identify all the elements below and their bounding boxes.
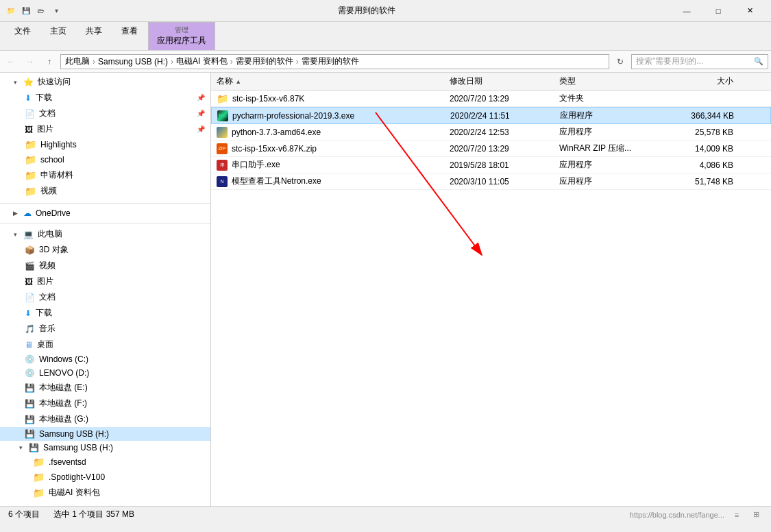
tab-home[interactable]: 主页 <box>41 22 75 50</box>
table-row[interactable]: 📁 stc-isp-15xx-v6.87K 2020/7/20 13:29 文件… <box>211 90 771 107</box>
title-bar: 📁 💾 🗁 ▾ 需要用到的软件 — □ ✕ <box>0 0 771 22</box>
path-thispc[interactable]: 此电脑 <box>65 56 90 67</box>
sidebar-drive-f[interactable]: 💾 本地磁盘 (F:) <box>0 396 210 411</box>
window-title: 需要用到的软件 <box>62 5 671 16</box>
back-button[interactable]: ← <box>3 53 19 70</box>
sidebar-music[interactable]: 🎵 音乐 <box>0 321 210 337</box>
file-date: 2020/7/20 13:29 <box>444 144 554 154</box>
sidebar-item-video[interactable]: 📁 视频 <box>0 183 210 199</box>
sidebar-item-download[interactable]: ⬇ 下载 📌 <box>0 90 210 106</box>
sidebar-documents[interactable]: 📄 文档 <box>0 289 210 305</box>
sidebar-item-docs[interactable]: 📄 文档 📌 <box>0 106 210 121</box>
music-icon: 🎵 <box>25 324 35 334</box>
sidebar-item-label: Samsung USB (H:) <box>39 429 109 439</box>
col-name-header[interactable]: 名称 ▲ <box>211 75 444 87</box>
onedrive-label: OneDrive <box>36 208 71 218</box>
address-path[interactable]: 此电脑 › Samsung USB (H:) › 电磁AI 资料包 › 需要用到… <box>60 54 609 69</box>
status-right: https://blog.csdn.net/fange... ≡ ⊞ <box>630 508 763 522</box>
file-size: 4,086 KB <box>670 160 739 170</box>
file-type: 应用程序 <box>554 176 670 187</box>
view-details-button[interactable]: ≡ <box>730 508 744 522</box>
sidebar-item-label: 文档 <box>39 291 56 303</box>
sidebar-item-highlights[interactable]: 📁 Highlights <box>0 137 210 152</box>
file-name-text: stc-isp-15xx-v6.87K.zip <box>232 144 317 154</box>
cloud-icon: ☁ <box>23 208 32 218</box>
folder-icon: 📁 <box>25 170 36 181</box>
sidebar-drive-g[interactable]: 💾 本地磁盘 (G:) <box>0 411 210 427</box>
divider2 <box>0 223 210 223</box>
col-type-header[interactable]: 类型 <box>554 75 670 87</box>
table-row[interactable]: ZIP stc-isp-15xx-v6.87K.zip 2020/7/20 13… <box>211 141 771 157</box>
sidebar-item-label: 本地磁盘 (E:) <box>39 382 88 394</box>
selected-info: 选中 1 个项目 357 MB <box>53 509 134 520</box>
zip-icon: ZIP <box>217 143 228 154</box>
sidebar-onedrive[interactable]: ▶ ☁ OneDrive <box>0 206 210 220</box>
table-row[interactable]: python-3.7.3-amd64.exe 2020/2/24 12:53 应… <box>211 124 771 141</box>
sidebar-fseventsd[interactable]: 📁 .fseventsd <box>0 455 210 470</box>
col-size-header[interactable]: 大小 <box>670 75 739 87</box>
col-date-header[interactable]: 修改日期 <box>444 75 554 87</box>
tab-share[interactable]: 共享 <box>77 22 111 50</box>
file-date: 2019/5/28 18:01 <box>444 160 554 170</box>
sidebar-video[interactable]: 🎬 视频 <box>0 258 210 274</box>
sidebar-aipkg[interactable]: 📁 电磁AI 资料包 <box>0 485 210 500</box>
video-icon: 🎬 <box>25 261 35 271</box>
sidebar-downloads[interactable]: ⬇ 下载 <box>0 305 210 321</box>
file-name: PC pycharm-professional-2019.3.exe <box>212 110 445 121</box>
file-name: python-3.7.3-amd64.exe <box>211 127 444 138</box>
dropdown-icon[interactable]: ▾ <box>51 5 62 16</box>
sidebar-drive-h[interactable]: 💾 Samsung USB (H:) <box>0 427 210 441</box>
sidebar-item-label: .fseventsd <box>49 457 86 467</box>
table-row[interactable]: PC pycharm-professional-2019.3.exe 2020/… <box>211 107 771 124</box>
sidebar-quick-access[interactable]: ▾ ⭐ 快速访问 <box>0 74 210 90</box>
item-count: 6 个项目 <box>8 509 40 520</box>
file-name: 📁 stc-isp-15xx-v6.87K <box>211 93 444 104</box>
sidebar-spotlight[interactable]: 📁 .Spotlight-V100 <box>0 470 210 485</box>
sidebar-item-label: 文档 <box>39 108 56 119</box>
sidebar-samsung-usb[interactable]: ▾ 💾 Samsung USB (H:) <box>0 441 210 455</box>
sidebar-3d[interactable]: 📦 3D 对象 <box>0 242 210 258</box>
folder-icon: 📁 <box>25 139 36 150</box>
pin-icon: 📌 <box>197 125 205 133</box>
tab-view[interactable]: 查看 <box>112 22 147 50</box>
sidebar-desktop[interactable]: 🖥 桌面 <box>0 337 210 352</box>
close-button[interactable]: ✕ <box>734 0 766 22</box>
path-usb[interactable]: Samsung USB (H:) <box>98 57 168 66</box>
tab-apptool[interactable]: 管理 应用程序工具 <box>148 22 215 50</box>
pics-icon: 🖼 <box>25 125 33 134</box>
sidebar-drive-e[interactable]: 💾 本地磁盘 (E:) <box>0 380 210 396</box>
folder-icon: 📁 <box>25 154 36 165</box>
table-row[interactable]: 串 串口助手.exe 2019/5/28 18:01 应用程序 4,086 KB <box>211 157 771 173</box>
file-type: 应用程序 <box>554 159 670 171</box>
sidebar-drive-c[interactable]: 💿 Windows (C:) <box>0 352 210 366</box>
file-name: ZIP stc-isp-15xx-v6.87K.zip <box>211 143 444 154</box>
refresh-button[interactable]: ↻ <box>612 53 628 70</box>
sidebar-pictures[interactable]: 🖼 图片 <box>0 274 210 289</box>
search-icon[interactable]: 🔍 <box>754 57 763 66</box>
expand-icon: ▾ <box>11 230 19 239</box>
path-software1[interactable]: 需要用到的软件 <box>236 56 293 67</box>
sidebar-item-pics[interactable]: 🖼 图片 📌 <box>0 121 210 137</box>
sidebar-item-apply[interactable]: 📁 申请材料 <box>0 167 210 183</box>
view-icons-button[interactable]: ⊞ <box>749 508 763 522</box>
up-button[interactable]: ↑ <box>41 53 58 70</box>
sidebar-drive-d[interactable]: 💿 LENOVO (D:) <box>0 366 210 380</box>
file-size: 14,009 KB <box>670 144 739 154</box>
forward-button[interactable]: → <box>22 53 38 70</box>
maximize-button[interactable]: □ <box>702 0 734 22</box>
search-box[interactable]: 搜索"需要用到的... 🔍 <box>631 54 768 69</box>
file-name: 串 串口助手.exe <box>211 159 444 171</box>
file-type: 文件夹 <box>554 93 670 104</box>
sidebar-thispc[interactable]: ▾ 💻 此电脑 <box>0 226 210 242</box>
minimize-button[interactable]: — <box>671 0 702 22</box>
thispc-label: 此电脑 <box>38 228 62 240</box>
file-list: 名称 ▲ 修改日期 类型 大小 📁 stc-isp-15xx-v6.87K 20… <box>211 73 771 506</box>
tab-file[interactable]: 文件 <box>5 22 40 50</box>
ribbon: 文件 主页 共享 查看 管理 应用程序工具 <box>0 22 771 51</box>
file-date: 2020/2/24 12:53 <box>444 128 554 137</box>
sidebar-item-school[interactable]: 📁 school <box>0 152 210 167</box>
file-size: 25,578 KB <box>670 128 739 137</box>
table-row[interactable]: N 模型查看工具Netron.exe 2020/3/10 11:05 应用程序 … <box>211 173 771 190</box>
path-ai[interactable]: 电磁AI 资料包 <box>176 56 228 67</box>
path-software2[interactable]: 需要用到的软件 <box>302 56 359 67</box>
